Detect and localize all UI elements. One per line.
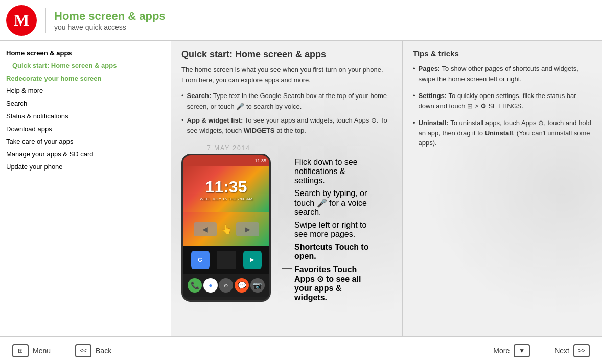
sidebar-item-search[interactable]: Search <box>4 98 167 110</box>
sidebar-item-redecorate[interactable]: Redecorate your home screen <box>4 72 167 85</box>
tip-pages-text: Pages: To show other pages of shortcuts … <box>419 64 592 84</box>
tip-settings: • Settings: To quickly open settings, fl… <box>413 91 592 111</box>
tips-bullet-2: • <box>413 91 415 111</box>
annotation-text-4: Shortcuts Touch to open. <box>294 242 371 261</box>
sidebar: Home screen & apps Quick start: Home scr… <box>0 41 171 336</box>
annotation-text-5: Favorites Touch Apps ⊙ to see all your a… <box>294 265 371 302</box>
footer-right: More ▼ Next >> <box>489 342 594 359</box>
logo-letter: M <box>14 11 29 30</box>
bullet-dot: • <box>181 91 184 112</box>
annotation-favorites: Favorites Touch Apps ⊙ to see all your a… <box>282 265 371 302</box>
next-icon-symbol: >> <box>578 347 585 354</box>
sidebar-item-manage[interactable]: Manage your apps & SD card <box>4 148 167 161</box>
motorola-logo: M <box>6 5 37 36</box>
right-arrow: ▶ <box>236 222 259 236</box>
menu-label: Menu <box>33 347 51 355</box>
more-icon: ▼ <box>514 344 530 357</box>
page-title: Home screen & apps <box>54 10 166 23</box>
annotation-line-2 <box>282 192 292 192</box>
phone-app-row: G ▶ <box>183 246 269 274</box>
tips-bullet-3: • <box>413 118 415 148</box>
list-item-widget: • App & widget list: To see your apps an… <box>181 115 392 137</box>
phone-status-bar: 11:35 <box>183 155 269 166</box>
fav-chrome-icon: ● <box>203 278 218 293</box>
widget-bullet-text: App & widget list: To see your apps and … <box>187 115 392 137</box>
shortcuts-label: Shortcuts Touch to open. <box>294 242 368 260</box>
annotation-line-4 <box>282 246 292 246</box>
header: M Home screen & apps you have quick acce… <box>0 0 602 41</box>
phone-status-time: 11:35 <box>254 158 266 163</box>
right-panel: Tips & tricks • Pages: To show other pag… <box>403 41 602 336</box>
annotation-search: Search by typing, or touch 🎤 for a voice… <box>282 189 371 217</box>
bullet-dot-2: • <box>181 115 184 137</box>
phone-diagram: 7 MAY 2014 11:35 11:35 WED, JULY 16 THU … <box>181 144 392 304</box>
phone-date-sub: WED, JULY 16 THU 7:00 AM <box>200 197 252 201</box>
sidebar-item-status[interactable]: Status & notifications <box>4 110 167 123</box>
list-item-search: • Search: Type text in the Google Search… <box>181 91 392 112</box>
search-bullet-text: Search: Type text in the Google Search b… <box>187 91 392 112</box>
tip-uninstall: • Uninstall: To uninstall apps, touch Ap… <box>413 118 592 148</box>
phone-swipe-area: ◀ 👆 ▶ <box>183 212 269 246</box>
center-panel: Quick start: Home screen & apps The home… <box>171 41 403 336</box>
sidebar-item-update[interactable]: Update your phone <box>4 161 167 174</box>
phone-date-label: 7 MAY 2014 <box>207 144 250 152</box>
sidebar-item-download[interactable]: Download apps <box>4 123 167 136</box>
swipe-hand-icon: 👆 <box>221 224 232 235</box>
annotation-line-1 <box>282 161 292 161</box>
footer: ⊞ Menu << Back More ▼ Next >> <box>0 336 602 364</box>
fav-camera-icon: 📷 <box>250 278 265 293</box>
section-title: Quick start: Home screen & apps <box>181 49 392 60</box>
next-label: Next <box>554 347 569 355</box>
annotation-text-3: Swipe left or right to see more pages. <box>294 221 371 239</box>
back-button[interactable]: << Back <box>71 342 115 359</box>
tip-pages: • Pages: To show other pages of shortcut… <box>413 64 592 84</box>
annotation-line-3 <box>282 224 292 224</box>
empty-slot <box>217 251 236 269</box>
tip-uninstall-term: Uninstall: <box>419 119 449 127</box>
sidebar-item-take-care[interactable]: Take care of your apps <box>4 136 167 149</box>
sidebar-item-help[interactable]: Help & more <box>4 85 167 98</box>
swipe-arrows: ◀ 👆 ▶ <box>194 222 259 236</box>
more-icon-symbol: ▼ <box>519 347 525 354</box>
next-icon: >> <box>573 344 590 357</box>
phone-container: 11:35 11:35 WED, JULY 16 THU 7:00 AM ◀ <box>181 154 271 302</box>
more-label: More <box>493 347 510 355</box>
intro-text: The home screen is what you see when you… <box>181 65 392 85</box>
annotation-line-5 <box>282 268 292 269</box>
next-button[interactable]: Next >> <box>550 342 594 359</box>
tip-uninstall-text: Uninstall: To uninstall apps, touch Apps… <box>419 118 592 148</box>
tip-settings-text: Settings: To quickly open settings, flic… <box>419 91 592 111</box>
tips-list: • Pages: To show other pages of shortcut… <box>413 64 592 148</box>
annotation-flick: Flick down to see notifications & settin… <box>282 158 371 185</box>
header-text-block: Home screen & apps you have quick access <box>54 10 166 31</box>
tips-title: Tips & tricks <box>413 49 592 58</box>
annotation-swipe: Swipe left or right to see more pages. <box>282 221 371 239</box>
annotations-panel: Flick down to see notifications & settin… <box>276 156 371 304</box>
back-label: Back <box>96 347 111 355</box>
phone-frame: 11:35 11:35 WED, JULY 16 THU 7:00 AM ◀ <box>181 154 271 302</box>
fav-message-icon: 💬 <box>235 278 249 293</box>
fav-apps-icon: ⊙ <box>219 278 233 293</box>
back-icon-symbol: << <box>80 347 87 354</box>
play-store-icon: ▶ <box>243 251 262 269</box>
annotation-text-1: Flick down to see notifications & settin… <box>294 158 371 185</box>
back-icon: << <box>75 344 91 357</box>
fav-phone-icon: 📞 <box>188 278 202 293</box>
favorites-label: Favorites Touch Apps ⊙ to see all your a… <box>294 265 361 302</box>
annotation-shortcuts: Shortcuts Touch to open. <box>282 242 371 261</box>
menu-button[interactable]: ⊞ Menu <box>8 342 55 359</box>
widget-term: App & widget list: <box>187 116 243 124</box>
header-divider <box>45 8 46 33</box>
phone-favorites-bar: 📞 ● ⊙ 💬 📷 <box>183 274 269 297</box>
sidebar-item-quick-start[interactable]: Quick start: Home screen & apps <box>4 60 167 72</box>
menu-icon-symbol: ⊞ <box>18 347 23 354</box>
page-subtitle: you have quick access <box>54 23 166 31</box>
phone-clock: 11:35 <box>205 178 247 197</box>
search-term: Search: <box>187 92 212 100</box>
left-arrow: ◀ <box>194 222 217 236</box>
sidebar-item-home-screen-apps[interactable]: Home screen & apps <box>4 47 167 60</box>
menu-icon: ⊞ <box>12 344 29 357</box>
phone-clock-area: 11:35 WED, JULY 16 THU 7:00 AM <box>183 166 269 212</box>
annotation-text-2: Search by typing, or touch 🎤 for a voice… <box>294 189 371 217</box>
more-button[interactable]: More ▼ <box>489 342 534 359</box>
